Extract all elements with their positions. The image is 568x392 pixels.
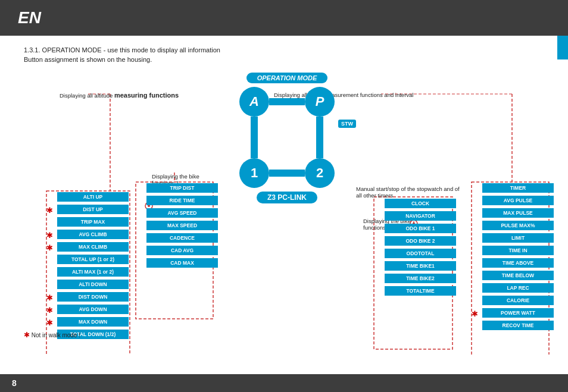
desc-line2: Button assignment is shown on the housin… — [24, 56, 550, 63]
list-item: ✱AVG DOWN — [46, 305, 129, 316]
btn-1[interactable]: 1 — [239, 158, 269, 188]
list-item: RIDE TIME — [136, 196, 218, 207]
btn-a[interactable]: A — [239, 87, 269, 117]
list-item: CAD AVG — [136, 246, 218, 257]
star-icon: ✱ — [46, 318, 55, 327]
item-box-label: CALORIE — [482, 296, 554, 305]
list-item: ALTI UP — [46, 192, 129, 203]
item-box-label: TIME BIKE1 — [385, 261, 456, 271]
list-item: ✱DIST DOWN — [46, 292, 129, 303]
item-box-label: MAX CLIMB — [57, 242, 129, 252]
item-box-label: AVG SPEED — [146, 208, 218, 218]
z3-label: Z3 PC-LINK — [257, 192, 317, 203]
item-box-label: DIST DOWN — [57, 292, 129, 302]
list-item: CADENCE — [136, 233, 218, 244]
star-icon: ✱ — [46, 293, 55, 302]
list-item: PULSE MAX% — [472, 221, 554, 232]
item-box-label: ALTI DOWN — [57, 280, 129, 289]
header: EN — [0, 0, 568, 36]
note-star-icon: ✱ — [24, 331, 30, 339]
item-box-label: AVG DOWN — [57, 305, 129, 314]
item-box-label: CAD MAX — [146, 258, 218, 268]
pulse-list: TIMERAVG PULSEMAX PULSEPULSE MAX%LIMITTI… — [472, 183, 554, 332]
star-icon: ✱ — [472, 309, 480, 318]
list-item: ODOTOTAL — [374, 249, 456, 260]
item-box-label: TIMER — [482, 183, 554, 193]
item-box-label: CAD AVG — [146, 246, 218, 255]
footer: 8 — [0, 374, 568, 392]
stw-annotation: Manual start/stop of the stopwatch and o… — [356, 186, 463, 199]
list-item: ALTI MAX (1 or 2) — [46, 267, 129, 278]
note: ✱ Not in walk mode ! — [24, 331, 80, 339]
list-item: TIME ABOVE — [472, 258, 554, 269]
list-item: CLOCK — [374, 199, 456, 210]
list-item: ✱MAX CLIMB — [46, 242, 129, 253]
item-box-label: MAX PULSE — [482, 208, 554, 218]
list-item: AVG PULSE — [472, 196, 554, 207]
btn-2[interactable]: 2 — [305, 158, 335, 188]
note-text: Not in walk mode ! — [32, 332, 80, 338]
item-box-label: TIME BELOW — [482, 271, 554, 280]
list-item: TIME BIKE1 — [374, 261, 456, 272]
item-box-label: TIME BIKE2 — [385, 274, 456, 283]
desc-line1: 1.3.1. OPERATION MODE - use this mode to… — [24, 46, 550, 54]
list-item: TIME BIKE2 — [374, 274, 456, 285]
star-icon: ✱ — [46, 206, 55, 215]
op-mode-label: OPERATION MODE — [246, 73, 328, 83]
bike1-list: TRIP DISTRIDE TIMEAVG SPEEDMAX SPEEDCADE… — [136, 183, 218, 269]
item-box-label: RIDE TIME — [146, 196, 218, 205]
list-item: ✱POWER WATT — [472, 308, 554, 319]
measuring-text: measuring functions — [114, 92, 179, 99]
altitude-column: ALTI UP✱DIST UPTRIP MAX✱AVG CLIMB✱MAX CL… — [46, 192, 129, 341]
list-item: MAX PULSE — [472, 208, 554, 219]
item-box-label: TOTALTIME — [385, 286, 456, 296]
list-item: ✱DIST UP — [46, 205, 129, 216]
list-item: CALORIE — [472, 296, 554, 307]
item-box-label: NAVIGATOR — [385, 211, 456, 221]
bike1-column: TRIP DISTRIDE TIMEAVG SPEEDMAX SPEEDCADE… — [136, 183, 218, 269]
center-diagram: OPERATION MODE A P STW — [227, 72, 347, 203]
item-box-label: ODO BIKE 1 — [385, 224, 456, 233]
btn-stw[interactable]: STW — [338, 120, 356, 128]
list-item: TRIP DIST — [136, 183, 218, 195]
list-item: RECOV TIME — [472, 321, 554, 332]
bike2-list: CLOCKNAVIGATORODO BIKE 1ODO BIKE 2ODOTOT… — [374, 199, 456, 297]
btn-p[interactable]: P — [305, 87, 335, 117]
list-item: MAX SPEED — [136, 221, 218, 232]
item-box-label: TIME IN — [482, 246, 554, 255]
list-item: ODO BIKE 1 — [374, 224, 456, 235]
item-box-label: LAP REC — [482, 283, 554, 293]
altitude-annotation: Displaying all altitude measuring functi… — [60, 92, 179, 99]
star-icon: ✱ — [46, 231, 55, 240]
item-box-label: TOTAL UP (1 or 2) — [57, 255, 129, 264]
list-item: ✱MAX DOWN — [46, 317, 129, 328]
item-box-label: PULSE MAX% — [482, 221, 554, 230]
item-box-label: CADENCE — [146, 233, 218, 243]
list-item: LAP REC — [472, 283, 554, 294]
item-box-label: TRIP MAX — [57, 217, 129, 227]
item-box-label: MAX DOWN — [57, 317, 129, 327]
item-box-label: DIST UP — [57, 205, 129, 214]
diagram-area: Displaying all altitude measuring functi… — [24, 69, 550, 355]
bike2-column: CLOCKNAVIGATORODO BIKE 1ODO BIKE 2ODOTOT… — [374, 199, 456, 297]
item-box-label: TRIP DIST — [146, 183, 218, 193]
item-box-label: ODOTOTAL — [385, 249, 456, 258]
star-icon: ✱ — [46, 243, 55, 252]
list-item: ODO BIKE 2 — [374, 236, 456, 247]
list-item: TOTAL UP (1 or 2) — [46, 255, 129, 266]
list-item: TIME BELOW — [472, 271, 554, 282]
item-box-label: AVG PULSE — [482, 196, 554, 205]
star-icon: ✱ — [46, 306, 55, 315]
list-item: TIME IN — [472, 246, 554, 257]
page-number: 8 — [12, 378, 17, 388]
list-item: NAVIGATOR — [374, 211, 456, 222]
pulse-column: TIMERAVG PULSEMAX PULSEPULSE MAX%LIMITTI… — [472, 183, 554, 332]
list-item: TRIP MAX — [46, 217, 129, 228]
item-box-label: ODO BIKE 2 — [385, 236, 456, 246]
main-content: 1.3.1. OPERATION MODE - use this mode to… — [0, 36, 568, 360]
item-box-label: MAX SPEED — [146, 221, 218, 230]
list-item: AVG SPEED — [136, 208, 218, 219]
altitude-list: ALTI UP✱DIST UPTRIP MAX✱AVG CLIMB✱MAX CL… — [46, 192, 129, 341]
item-box-label: RECOV TIME — [482, 321, 554, 330]
stw-ann-text: Manual start/stop of the stopwatch and o… — [356, 186, 460, 199]
